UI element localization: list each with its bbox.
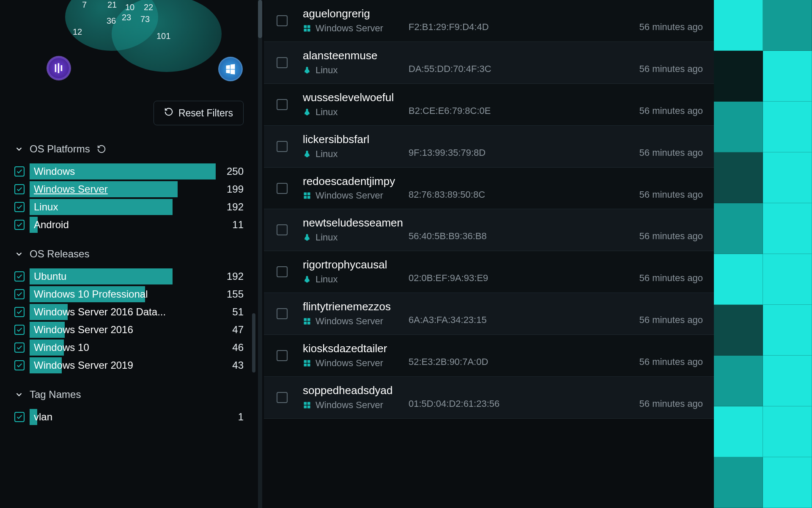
heat-cell[interactable] bbox=[714, 51, 763, 102]
facet-item[interactable]: Ubuntu192 bbox=[14, 268, 244, 285]
heat-cell[interactable] bbox=[763, 356, 812, 406]
facet-checkbox[interactable] bbox=[14, 166, 25, 177]
heat-cell[interactable] bbox=[763, 457, 812, 508]
row-checkbox[interactable] bbox=[277, 15, 288, 26]
facet-item-label: vlan bbox=[34, 411, 52, 423]
host-age: 56 minutes ago bbox=[527, 386, 714, 409]
row-checkbox[interactable] bbox=[277, 350, 288, 361]
host-os: Linux bbox=[315, 274, 338, 285]
heat-cell[interactable] bbox=[763, 102, 812, 152]
linux-icon bbox=[303, 233, 311, 242]
host-mac: B2:CE:E6:79:8C:0E bbox=[409, 93, 527, 116]
facet-item[interactable]: Windows Server 2016 Data...51 bbox=[14, 303, 244, 321]
row-checkbox[interactable] bbox=[277, 183, 288, 194]
main-scrollbar-thumb[interactable] bbox=[258, 0, 262, 38]
facet-bar: Windows Server 2019 bbox=[30, 357, 216, 373]
facet-item[interactable]: vlan1 bbox=[14, 408, 244, 426]
hosts-panel: aguelongrerigWindows ServerF2:B1:29:F9:D… bbox=[258, 0, 812, 508]
heat-cell[interactable] bbox=[763, 152, 812, 203]
host-row[interactable]: kiosksdazedtailerWindows Server52:E3:2B:… bbox=[264, 335, 714, 377]
facet-title: OS Releases bbox=[30, 248, 89, 260]
facet-item-count: 46 bbox=[221, 342, 244, 353]
facet-item[interactable]: Windows Server 201943 bbox=[14, 356, 244, 374]
host-row[interactable]: alansteenmuseLinuxDA:55:DD:70:4F:3C56 mi… bbox=[264, 42, 714, 84]
facet-checkbox[interactable] bbox=[14, 342, 25, 353]
heat-cell[interactable] bbox=[763, 51, 812, 102]
host-cell: newtseludesseamenLinux bbox=[303, 217, 409, 243]
host-name: aguelongrerig bbox=[303, 8, 409, 20]
heat-cell[interactable] bbox=[763, 305, 812, 356]
heat-cell[interactable] bbox=[763, 0, 812, 51]
host-mac: 82:76:83:89:50:8C bbox=[409, 177, 527, 200]
row-checkbox[interactable] bbox=[277, 266, 288, 277]
host-age: 56 minutes ago bbox=[527, 344, 714, 367]
svg-rect-4 bbox=[307, 25, 310, 28]
host-row[interactable]: flintytrienemezzosWindows Server6A:A3:FA… bbox=[264, 293, 714, 335]
heat-cell[interactable] bbox=[763, 254, 812, 305]
facet-item-label: Windows Server 2016 Data... bbox=[34, 306, 166, 318]
row-checkbox[interactable] bbox=[277, 392, 288, 403]
heat-cell[interactable] bbox=[714, 457, 763, 508]
sidebar-scrollbar[interactable] bbox=[252, 313, 255, 373]
heat-cell[interactable] bbox=[714, 0, 763, 51]
svg-rect-6 bbox=[307, 29, 310, 32]
host-row[interactable]: newtseludesseamenLinux56:40:5B:B9:36:B85… bbox=[264, 209, 714, 251]
row-checkbox[interactable] bbox=[277, 224, 288, 235]
facet-checkbox[interactable] bbox=[14, 271, 25, 282]
facet-item[interactable]: Windows 1046 bbox=[14, 339, 244, 356]
host-row[interactable]: rigortrophycausalLinux02:0B:EF:9A:93:E95… bbox=[264, 251, 714, 293]
host-row[interactable]: wusseslevelwoefulLinuxB2:CE:E6:79:8C:0E5… bbox=[264, 84, 714, 126]
host-age: 56 minutes ago bbox=[527, 9, 714, 33]
facet-checkbox[interactable] bbox=[14, 184, 25, 194]
host-cell: alansteenmuseLinux bbox=[303, 50, 409, 76]
row-checkbox[interactable] bbox=[277, 57, 288, 68]
row-checkbox[interactable] bbox=[277, 141, 288, 152]
facet-item[interactable]: Windows250 bbox=[14, 163, 244, 180]
row-checkbox[interactable] bbox=[277, 308, 288, 319]
facet-item-label: Android bbox=[34, 219, 69, 231]
facet-checkbox[interactable] bbox=[14, 412, 25, 422]
facet-item[interactable]: Android11 bbox=[14, 216, 244, 234]
heat-row bbox=[714, 152, 812, 203]
heat-cell[interactable] bbox=[714, 102, 763, 152]
source-chip-windows[interactable] bbox=[218, 57, 243, 81]
facet-checkbox[interactable] bbox=[14, 289, 25, 299]
chevron-down-icon[interactable] bbox=[14, 144, 24, 154]
host-mac: 6A:A3:FA:34:23:15 bbox=[409, 302, 527, 326]
facet-checkbox[interactable] bbox=[14, 220, 25, 230]
heat-cell[interactable] bbox=[763, 406, 812, 457]
facet-item[interactable]: Windows 10 Professional155 bbox=[14, 285, 244, 303]
facet-checkbox[interactable] bbox=[14, 202, 25, 212]
host-row[interactable]: aguelongrerigWindows ServerF2:B1:29:F9:D… bbox=[264, 0, 714, 42]
chevron-down-icon[interactable] bbox=[14, 390, 24, 399]
windows-icon bbox=[303, 401, 311, 409]
host-row[interactable]: redoescadentjimpyWindows Server82:76:83:… bbox=[264, 168, 714, 210]
chevron-down-icon[interactable] bbox=[14, 249, 24, 259]
main-scrollbar-track[interactable] bbox=[258, 0, 262, 508]
heat-cell[interactable] bbox=[714, 152, 763, 203]
heat-cell[interactable] bbox=[763, 203, 812, 254]
host-os: Windows Server bbox=[315, 190, 383, 201]
host-age: 56 minutes ago bbox=[527, 93, 714, 116]
host-row[interactable]: soppedheadsdyadWindows Server01:5D:04:D2… bbox=[264, 377, 714, 419]
topo-count-label: 73 bbox=[140, 14, 150, 24]
facet-checkbox[interactable] bbox=[14, 325, 25, 335]
source-chip-purple[interactable] bbox=[47, 56, 71, 80]
facet-item[interactable]: Windows Server 201647 bbox=[14, 321, 244, 339]
facet-item-label: Windows Server 2019 bbox=[34, 359, 133, 371]
reset-filters-button[interactable]: Reset Filters bbox=[154, 101, 244, 125]
heat-cell[interactable] bbox=[714, 254, 763, 305]
facet-item[interactable]: Linux192 bbox=[14, 198, 244, 216]
heat-cell[interactable] bbox=[714, 203, 763, 254]
heat-cell[interactable] bbox=[714, 356, 763, 406]
facet-reset-button[interactable] bbox=[96, 144, 107, 155]
heat-cell[interactable] bbox=[714, 305, 763, 356]
host-name: flintytrienemezzos bbox=[303, 301, 409, 313]
heat-cell[interactable] bbox=[714, 406, 763, 457]
host-row[interactable]: lickersibbsfarlLinux9F:13:99:35:79:8D56 … bbox=[264, 126, 714, 168]
row-checkbox[interactable] bbox=[277, 99, 288, 110]
facet-checkbox[interactable] bbox=[14, 307, 25, 317]
facet-checkbox[interactable] bbox=[14, 360, 25, 370]
host-cell: rigortrophycausalLinux bbox=[303, 259, 409, 285]
facet-item[interactable]: Windows Server199 bbox=[14, 180, 244, 198]
